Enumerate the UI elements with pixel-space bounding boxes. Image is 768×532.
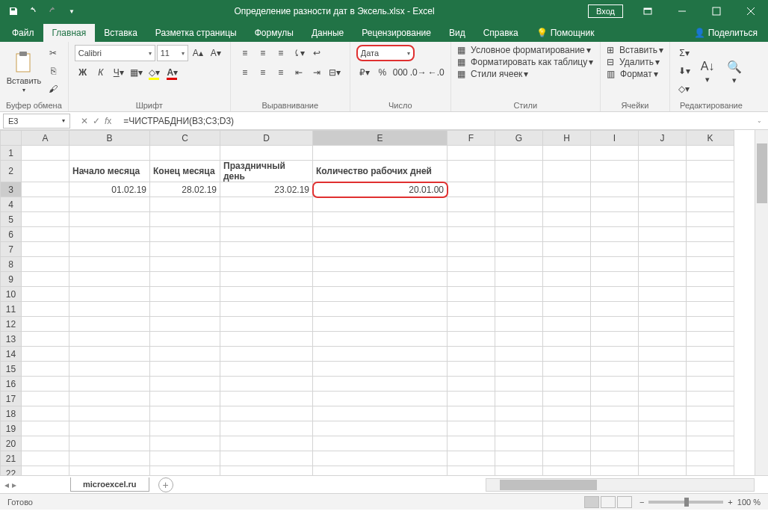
cell-B22[interactable] [69, 466, 150, 476]
cell-K5[interactable] [687, 212, 734, 227]
cell-B4[interactable] [69, 197, 150, 212]
view-normal-button[interactable] [584, 496, 599, 508]
cell-C12[interactable] [150, 317, 220, 332]
cell-H18[interactable] [543, 406, 591, 421]
cell-I5[interactable] [591, 212, 639, 227]
save-button[interactable] [4, 2, 22, 20]
cell-H5[interactable] [543, 212, 591, 227]
cell-I7[interactable] [591, 242, 639, 257]
cell-styles-button[interactable]: ▦ Стили ячеек▾ [457, 69, 594, 79]
cell-C15[interactable] [150, 362, 220, 377]
merge-button[interactable]: ⊟▾ [326, 64, 343, 81]
cell-E16[interactable] [313, 377, 448, 392]
delete-cells-button[interactable]: ⊟ Удалить▾ [607, 57, 663, 67]
expand-formula-icon[interactable]: ⌄ [751, 117, 768, 124]
cell-I16[interactable] [591, 377, 639, 392]
cell-A22[interactable] [22, 466, 69, 476]
conditional-formatting-button[interactable]: ▦ Условное форматирование▾ [457, 45, 594, 55]
cell-C4[interactable] [150, 197, 220, 212]
cell-K8[interactable] [687, 257, 734, 272]
cell-B6[interactable] [69, 227, 150, 242]
cell-H15[interactable] [543, 362, 591, 377]
cell-B5[interactable] [69, 212, 150, 227]
cell-A3[interactable] [22, 182, 69, 197]
find-select-button[interactable]: 🔍▾ [722, 45, 746, 99]
cell-D14[interactable] [220, 347, 313, 362]
cell-K14[interactable] [687, 347, 734, 362]
cell-C21[interactable] [150, 451, 220, 466]
fill-button[interactable]: ⬇▾ [676, 63, 693, 79]
cell-G3[interactable] [495, 182, 543, 197]
cell-J9[interactable] [639, 272, 687, 287]
zoom-level[interactable]: 100 % [737, 498, 761, 507]
cell-B3[interactable]: 01.02.19 [69, 182, 150, 197]
cell-B13[interactable] [69, 332, 150, 347]
cell-C13[interactable] [150, 332, 220, 347]
cell-F11[interactable] [448, 302, 495, 317]
cell-J15[interactable] [639, 362, 687, 377]
name-box[interactable]: E3▾ [3, 114, 70, 129]
cell-B17[interactable] [69, 392, 150, 406]
cell-C22[interactable] [150, 466, 220, 476]
cell-J6[interactable] [639, 227, 687, 242]
cell-K13[interactable] [687, 332, 734, 347]
cell-E1[interactable] [313, 146, 448, 161]
cell-G12[interactable] [495, 317, 543, 332]
italic-button[interactable]: К [93, 64, 109, 81]
cell-I20[interactable] [591, 436, 639, 451]
cell-H16[interactable] [543, 377, 591, 392]
cell-K11[interactable] [687, 302, 734, 317]
cell-I9[interactable] [591, 272, 639, 287]
underline-button[interactable]: Ч▾ [111, 64, 127, 81]
cell-J3[interactable] [639, 182, 687, 197]
align-right-button[interactable]: ≡ [273, 64, 289, 81]
currency-button[interactable]: ₽▾ [356, 64, 373, 81]
cell-K9[interactable] [687, 272, 734, 287]
cell-A17[interactable] [22, 392, 69, 406]
cell-F12[interactable] [448, 317, 495, 332]
cell-C14[interactable] [150, 347, 220, 362]
cell-A4[interactable] [22, 197, 69, 212]
cell-G20[interactable] [495, 436, 543, 451]
cell-G13[interactable] [495, 332, 543, 347]
align-center-button[interactable]: ≡ [255, 64, 271, 81]
bold-button[interactable]: Ж [75, 64, 91, 81]
cell-E14[interactable] [313, 347, 448, 362]
cell-B20[interactable] [69, 436, 150, 451]
cell-K12[interactable] [687, 317, 734, 332]
cell-E7[interactable] [313, 242, 448, 257]
cell-C9[interactable] [150, 272, 220, 287]
cell-B11[interactable] [69, 302, 150, 317]
cell-F3[interactable] [448, 182, 495, 197]
cell-A10[interactable] [22, 287, 69, 302]
cell-G9[interactable] [495, 272, 543, 287]
cell-E5[interactable] [313, 212, 448, 227]
cell-B10[interactable] [69, 287, 150, 302]
cell-J16[interactable] [639, 377, 687, 392]
cell-D19[interactable] [220, 421, 313, 436]
ribbon-options-icon[interactable] [631, 0, 665, 22]
spreadsheet-grid[interactable]: ABCDEFGHIJK12Начало месяцаКонец месяцаПр… [0, 130, 734, 475]
tab-tell[interactable]: 💡Помощник [527, 24, 604, 42]
cell-F16[interactable] [448, 377, 495, 392]
close-button[interactable] [734, 0, 768, 22]
view-page-break-button[interactable] [617, 496, 632, 508]
wrap-text-button[interactable]: ↩ [309, 45, 325, 61]
increase-decimal-button[interactable]: .0→ [410, 64, 427, 81]
cell-K1[interactable] [687, 146, 734, 161]
cell-K17[interactable] [687, 392, 734, 406]
cell-E19[interactable] [313, 421, 448, 436]
cell-I4[interactable] [591, 197, 639, 212]
copy-button[interactable]: ⎘ [45, 63, 61, 79]
cell-E8[interactable] [313, 257, 448, 272]
insert-cells-button[interactable]: ⊞ Вставить▾ [607, 45, 663, 55]
cell-H6[interactable] [543, 227, 591, 242]
cell-H21[interactable] [543, 451, 591, 466]
font-color-button[interactable]: А▾ [164, 64, 181, 81]
cell-F10[interactable] [448, 287, 495, 302]
minimize-button[interactable] [665, 0, 699, 22]
decrease-font-button[interactable]: A▾ [208, 45, 224, 61]
format-cells-button[interactable]: ▥ Формат▾ [607, 69, 663, 79]
cell-H12[interactable] [543, 317, 591, 332]
cell-B2[interactable]: Начало месяца [69, 161, 150, 182]
